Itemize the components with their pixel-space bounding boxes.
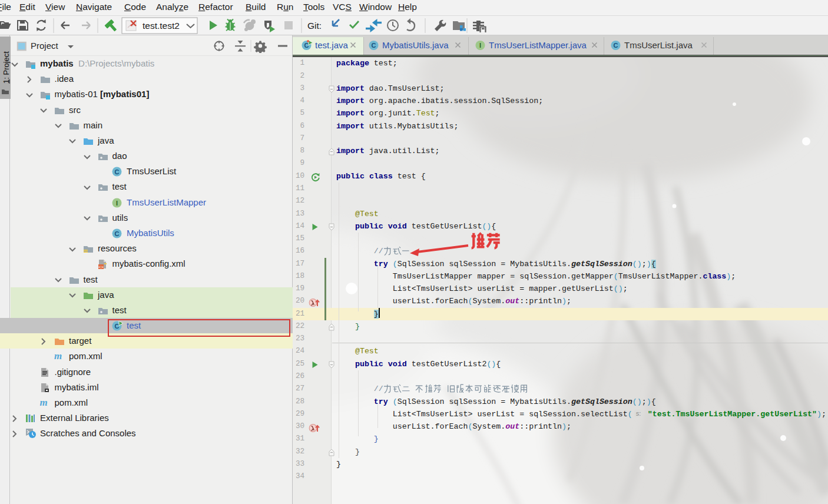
- svg-text:<>: <>: [98, 265, 104, 269]
- svg-text:C: C: [372, 42, 376, 49]
- svg-text:I: I: [116, 199, 118, 206]
- svg-text:C: C: [614, 42, 618, 49]
- svg-text:test.test2: test.test2: [143, 21, 180, 31]
- svg-text:C: C: [115, 168, 120, 175]
- svg-text:I: I: [479, 42, 481, 49]
- svg-text:C: C: [304, 42, 309, 49]
- svg-text:Git:: Git:: [307, 21, 322, 31]
- svg-text:C: C: [115, 230, 120, 237]
